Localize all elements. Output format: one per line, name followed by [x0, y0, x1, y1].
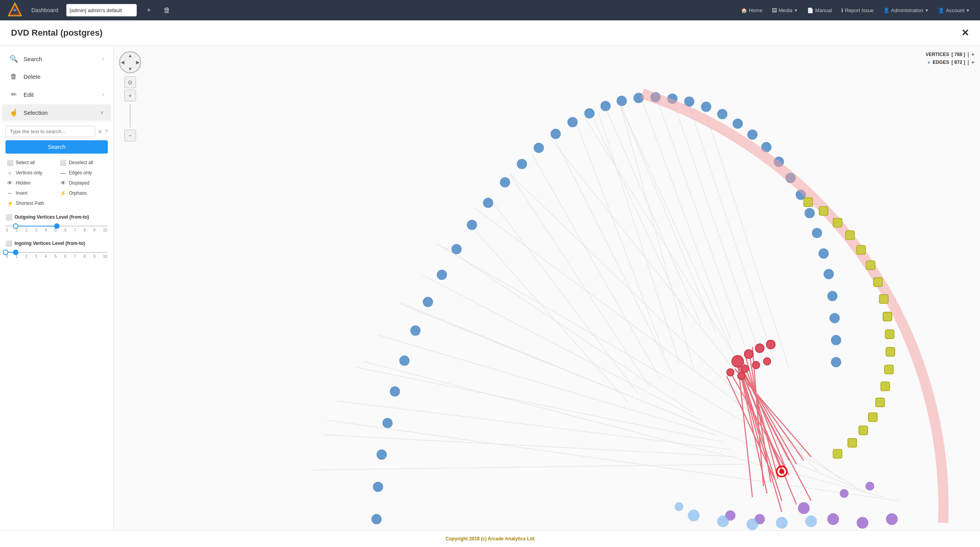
search-input[interactable] — [5, 126, 95, 137]
graph-area: ▲ ▼ ◀ ▶ ⊙ + − VERTICES [ 788 ] | + ● EDG… — [114, 46, 980, 530]
displayed-icon: 👁 — [60, 180, 67, 186]
svg-point-53 — [383, 418, 393, 428]
nav-manual[interactable]: 📄 Manual — [803, 5, 836, 16]
svg-rect-90 — [857, 245, 865, 254]
vertices-settings-icon[interactable]: | — [967, 51, 969, 58]
sidebar-item-selection[interactable]: ☝ Selection ∨ — [2, 104, 111, 121]
svg-point-2 — [13, 9, 16, 12]
svg-point-127 — [857, 517, 868, 529]
clear-search-icon[interactable]: ✕ — [98, 129, 102, 135]
deselect-all-label: Deselect all — [69, 160, 93, 165]
compass-north-icon[interactable]: ▲ — [128, 53, 132, 58]
deselect-all-item[interactable]: ⬜ Deselect all — [59, 158, 108, 167]
edges-add-icon[interactable]: + — [971, 59, 975, 65]
svg-point-39 — [584, 108, 595, 118]
svg-point-115 — [744, 350, 753, 358]
search-row: ✕ ? — [5, 126, 108, 137]
svg-rect-92 — [833, 218, 842, 227]
ingoing-slider[interactable]: 01 23 45 67 89 10 — [5, 252, 108, 259]
svg-point-137 — [805, 516, 817, 527]
svg-point-72 — [824, 269, 834, 279]
nav-home[interactable]: 🏠 Home — [737, 5, 766, 16]
outgoing-slider-section: ⬜ Outgoing Vertices Level (from-to) 01 2… — [5, 211, 108, 237]
nav-administration[interactable]: 👤 Administration ▼ — [879, 5, 933, 16]
orphans-label: Orphans — [69, 190, 87, 196]
administration-icon: 👤 — [883, 7, 889, 13]
vertices-only-item[interactable]: ○ Vertices only — [5, 168, 55, 177]
delete-icon: 🗑 — [9, 72, 18, 81]
dashboard-link[interactable]: Dashboard — [31, 7, 58, 13]
hidden-icon: 👁 — [6, 180, 13, 186]
hidden-item[interactable]: 👁 Hidden — [5, 179, 55, 187]
compass[interactable]: ▲ ▼ ◀ ▶ — [119, 51, 141, 73]
fit-graph-button[interactable]: ⊙ — [124, 76, 136, 88]
invert-item[interactable]: ↔ Invert — [5, 189, 55, 197]
graph-legend: VERTICES [ 788 ] | + ● EDGES [ 872 ] | + — [926, 51, 975, 65]
outgoing-thumb-left[interactable] — [13, 223, 18, 229]
compass-east-icon[interactable]: ▶ — [136, 60, 140, 65]
hidden-label: Hidden — [16, 180, 31, 186]
vertices-legend: VERTICES [ 788 ] | + — [926, 51, 975, 58]
sidebar-item-edit[interactable]: ✏ Edit › — [2, 86, 111, 103]
select-all-item[interactable]: ⬜ Select all — [5, 158, 55, 167]
ingoing-ticks: 01 23 45 67 89 10 — [5, 254, 108, 259]
home-icon: 🏠 — [741, 7, 747, 13]
compass-west-icon[interactable]: ◀ — [121, 60, 124, 65]
search-button[interactable]: Search — [5, 140, 108, 154]
svg-point-54 — [377, 449, 387, 460]
compass-south-icon[interactable]: ▼ — [128, 66, 132, 72]
nav-report-issue[interactable]: ℹ Report Issue — [837, 5, 878, 16]
selection-panel: ✕ ? Search ⬜ Select all ⬜ Deselect all ○… — [0, 121, 113, 267]
graph-svg — [114, 46, 980, 530]
displayed-item[interactable]: 👁 Displayed — [59, 179, 108, 187]
svg-point-43 — [517, 159, 527, 169]
brand-logo — [6, 2, 24, 19]
nav-account[interactable]: 👤 Account ▼ — [934, 5, 974, 16]
ingoing-thumb-right[interactable] — [13, 250, 18, 255]
edges-only-label: Edges only — [69, 170, 92, 176]
svg-point-63 — [733, 118, 743, 129]
sidebar: 🔍 Search › 🗑 Delete ✏ Edit › ☝ Selection… — [0, 46, 114, 530]
vertices-count: [ 788 ] — [951, 52, 965, 57]
svg-point-42 — [534, 143, 544, 153]
vertices-add-icon[interactable]: + — [971, 51, 975, 58]
svg-rect-3 — [143, 46, 951, 530]
shortest-path-item[interactable]: ⚡ Shortest Path — [5, 199, 55, 208]
add-workspace-button[interactable]: + — [145, 5, 154, 15]
invert-icon: ↔ — [6, 190, 13, 196]
svg-point-121 — [727, 369, 734, 376]
edges-settings-icon[interactable]: | — [967, 59, 969, 65]
svg-point-48 — [437, 270, 447, 280]
edges-label: EDGES — [933, 60, 949, 65]
zoom-in-button[interactable]: + — [124, 90, 136, 101]
outgoing-slider[interactable]: 01 23 45 67 89 10 — [5, 226, 108, 232]
edit-icon: ✏ — [9, 90, 18, 99]
zoom-separator — [130, 104, 131, 127]
sidebar-selection-label: Selection — [24, 109, 95, 116]
nav-media[interactable]: 🖼 Media ▼ — [768, 5, 802, 16]
delete-workspace-button[interactable]: 🗑 — [161, 5, 173, 15]
select-all-label: Select all — [16, 160, 35, 165]
svg-point-62 — [717, 109, 727, 119]
zoom-out-button[interactable]: − — [124, 130, 136, 141]
svg-point-116 — [755, 344, 764, 352]
svg-rect-78 — [848, 438, 857, 447]
main-nav: 🏠 Home 🖼 Media ▼ 📄 Manual ℹ Report Issue… — [737, 5, 974, 16]
deselect-all-icon: ⬜ — [60, 159, 67, 166]
sidebar-item-delete[interactable]: 🗑 Delete — [2, 69, 111, 85]
ingoing-thumb-left[interactable] — [3, 250, 8, 255]
svg-rect-77 — [833, 449, 842, 458]
outgoing-track — [5, 226, 108, 226]
svg-point-135 — [746, 518, 758, 530]
close-button[interactable]: ✕ — [961, 27, 969, 38]
account-icon: 👤 — [938, 7, 944, 13]
outgoing-thumb-right[interactable] — [54, 223, 60, 229]
arcade-logo-icon — [6, 2, 24, 19]
sidebar-item-search[interactable]: 🔍 Search › — [2, 51, 111, 67]
svg-point-128 — [886, 513, 898, 525]
svg-rect-93 — [819, 206, 828, 215]
search-help-icon[interactable]: ? — [105, 129, 108, 135]
edges-only-item[interactable]: — Edges only — [59, 168, 108, 177]
orphans-item[interactable]: ⚡ Orphans — [59, 189, 108, 197]
workspace-select[interactable]: [admin] admin's default — [66, 4, 137, 16]
